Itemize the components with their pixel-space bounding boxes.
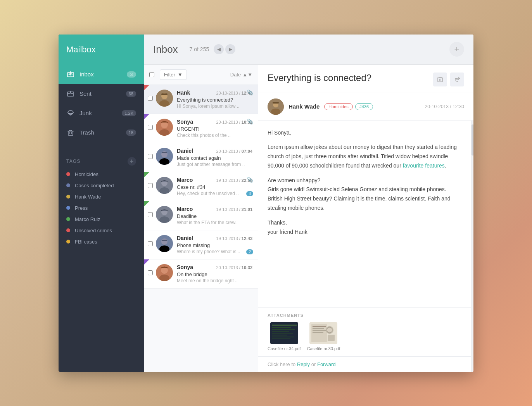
email-checkbox[interactable] [148,154,153,159]
email-item[interactable]: Daniel 19-10-2013 / 12:43 Phone missing … [144,230,258,259]
date-sort[interactable]: Date ▲▼ [230,72,252,78]
body-link[interactable]: favourite features [403,162,445,169]
unread-badge: 2 [246,249,253,254]
filter-dropdown[interactable]: Filter ▼ [160,69,187,80]
tag-cases-completed[interactable]: Cases completed [59,180,144,191]
forward-button[interactable] [450,73,464,86]
svg-rect-54 [328,335,335,341]
avatar [156,235,173,252]
tag-homicides[interactable]: Homicides [59,169,144,180]
sender-name: Hank Wade [288,103,320,110]
svg-rect-3 [68,131,73,135]
sidebar-item-inbox[interactable]: Inbox 3 [59,65,144,84]
email-checkbox[interactable] [148,183,153,188]
reply-button[interactable]: Reply [297,361,310,367]
attachment-item[interactable]: Casefile nr.30.pdf [307,322,340,351]
junk-badge: 1.2K [122,110,136,116]
svg-rect-51 [313,332,323,333]
trash-label: Trash [79,129,126,136]
sign-off: Thanks, your friend Hank [268,218,462,237]
main-header: Inbox 7 of 255 ◀ ▶ + [144,35,473,65]
tag-dot-cases-completed [66,183,70,187]
svg-point-35 [271,109,280,115]
svg-rect-41 [272,331,289,332]
flag-icon [144,201,149,207]
sent-label: Sent [79,90,126,97]
attachment-thumbnail [270,322,298,344]
email-checkbox[interactable] [148,241,153,246]
attachment-thumbnail [309,322,337,344]
sent-icon [66,90,75,98]
content-split: Filter ▼ Date ▲▼ [144,65,473,372]
page-title: Inbox [153,43,178,55]
app-title: Mailbox [59,35,144,65]
add-tag-button[interactable]: + [128,157,136,166]
email-item[interactable]: Hank 20-10-2013 / 12:43 Everything is co… [144,85,258,114]
sidebar: Mailbox Inbox 3 Sent [59,35,144,372]
svg-rect-43 [272,335,287,335]
email-item[interactable]: Marco 19-10-2013 / 22:56 Case nr. #34 He… [144,172,258,201]
email-item[interactable]: Marco 19-10-2013 / 21:01 Deadline What i… [144,201,258,230]
detail-sender-row: Hank Wade Homicides #436 20-10-2013 / 12… [258,93,473,121]
tag-marco-ruiz[interactable]: Marco Ruiz [59,214,144,225]
email-date: 20-10-2013 / 12:30 [425,104,464,109]
email-content: Daniel 19-10-2013 / 12:43 Phone missing … [177,235,252,254]
email-item[interactable]: Sonya 20-10-2013 / 10:32 URGENT! Check t… [144,114,258,143]
svg-rect-40 [272,329,295,330]
email-items-list: Hank 20-10-2013 / 12:43 Everything is co… [144,85,258,372]
svg-rect-36 [273,102,279,104]
tag-unsolved-crimes[interactable]: Unsolved crimes [59,225,144,236]
svg-point-53 [327,327,332,333]
junk-label: Junk [79,110,122,116]
avatar [156,148,173,165]
prev-page-button[interactable]: ◀ [214,44,224,54]
svg-rect-30 [438,78,442,82]
flag-icon [144,114,149,119]
inbox-badge: 3 [127,71,136,78]
svg-rect-38 [272,325,297,326]
scrollbar[interactable] [471,121,473,372]
body-paragraph-1: Lorem ipsum allow jokes about our money … [268,143,462,170]
avatar [156,90,173,107]
junk-icon [66,109,75,117]
next-page-button[interactable]: ▶ [225,44,235,54]
attachment-item[interactable]: Casefile nr.34.pdf [268,322,301,351]
compose-button[interactable]: + [449,42,464,57]
email-checkbox[interactable] [148,212,153,217]
tag-hank-wade[interactable]: Hank Wade [59,191,144,202]
svg-rect-50 [313,330,326,331]
sidebar-item-trash[interactable]: Trash 18 [59,123,144,142]
tag-case-badge[interactable]: #436 [355,103,373,110]
select-all-checkbox[interactable] [149,72,154,77]
svg-rect-45 [272,339,290,339]
attachment-icon: 📎 [247,119,253,124]
detail-body: Hi Sonya, Lorem ipsum allow jokes about … [258,121,471,307]
main-area: Inbox 7 of 255 ◀ ▶ + Filter ▼ Date ▲▼ [144,35,473,372]
email-item[interactable]: Daniel 20-10-2013 / 07:04 Made contact a… [144,143,258,172]
tag-dot-press [66,206,70,210]
email-checkbox[interactable] [148,270,153,275]
forward-action-button[interactable]: Forward [317,361,336,367]
sidebar-item-junk[interactable]: Junk 1.2K [59,104,144,123]
detail-inner: Hi Sonya, Lorem ipsum allow jokes about … [258,121,471,372]
tag-homicides-badge[interactable]: Homicides [324,103,352,110]
tag-fbi-cases[interactable]: FBI cases [59,236,144,247]
detail-actions [433,73,464,86]
email-checkbox[interactable] [148,125,153,130]
email-checkbox[interactable] [148,96,153,101]
email-detail: Everything is connected? [258,65,473,372]
tag-dot-hank-wade [66,195,70,199]
app-container: Mailbox Inbox 3 Sent [59,35,473,372]
flag-icon [144,85,149,90]
sidebar-item-sent[interactable]: Sent 68 [59,84,144,104]
attachment-icon: 📎 [247,177,253,183]
pagination-info: 7 of 255 [190,46,209,52]
scrollbar-thumb [472,124,473,155]
tag-press[interactable]: Press [59,202,144,214]
email-content: Sonya 20-10-2013 / 10:32 URGENT! Check t… [177,119,252,138]
detail-subject: Everything is connected? [268,73,427,83]
email-content: Daniel 20-10-2013 / 07:04 Made contact a… [177,148,252,167]
email-item[interactable]: Sonya 20-10-2013 / 10:32 On the bridge M… [144,259,258,289]
delete-button[interactable] [433,73,447,86]
avatar [156,206,173,223]
